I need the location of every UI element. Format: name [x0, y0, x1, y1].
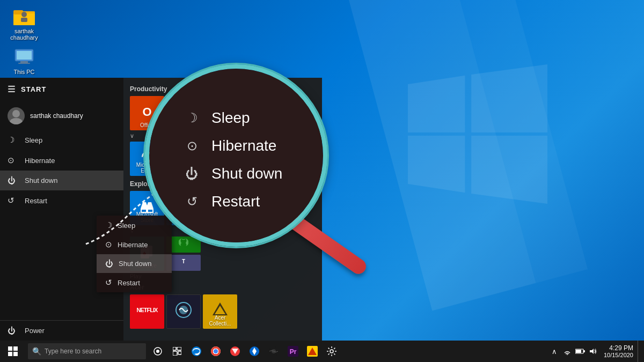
mag-sleep-item[interactable]: ☽ Sleep: [181, 104, 327, 132]
svg-rect-9: [18, 63, 30, 64]
svg-rect-60: [576, 350, 581, 353]
svg-text:O: O: [142, 105, 151, 119]
mag-shutdown-item[interactable]: ⏻ Shut down: [181, 160, 327, 188]
power-shutdown-icon: ⏻: [105, 259, 113, 268]
svg-rect-36: [13, 346, 18, 351]
start-menu-left-panel: ☰ START sarthak chaudhary ☽ Sleep ⊙ Hibe…: [0, 78, 123, 341]
sleep-menu-item[interactable]: ☽ Sleep: [0, 130, 123, 150]
task-view-icon[interactable]: [167, 341, 187, 362]
sleep-icon: ☽: [8, 135, 18, 145]
power-sleep-item[interactable]: ☽ Sleep: [97, 216, 172, 235]
power-sleep-label: Sleep: [118, 221, 135, 230]
tile-acer-collection[interactable]: Acer Collecti...: [203, 294, 237, 329]
svg-text:Pr: Pr: [290, 348, 297, 356]
search-bar[interactable]: 🔍 Type here to search: [28, 343, 146, 359]
tray-network[interactable]: [561, 341, 574, 362]
shutdown-label: Shut down: [25, 176, 57, 184]
restart-label: Restart: [25, 197, 47, 205]
svg-rect-7: [17, 51, 32, 60]
power-hibernate-item[interactable]: ⊙ Hibernate: [97, 235, 172, 254]
mag-restart-item[interactable]: ↺ Restart: [181, 188, 327, 216]
svg-text:T: T: [182, 258, 185, 264]
restart-menu-item[interactable]: ↺ Restart: [0, 190, 123, 211]
show-desktop-button[interactable]: [638, 341, 641, 362]
taskbar-chrome-icon[interactable]: [206, 341, 225, 362]
taskbar-world-icon[interactable]: [264, 341, 283, 362]
search-icon: 🔍: [32, 347, 41, 356]
svg-point-57: [330, 350, 333, 353]
user-avatar: [8, 107, 25, 124]
restart-icon: ↺: [8, 196, 18, 205]
tray-volume[interactable]: [587, 341, 599, 362]
mag-sleep-icon: ☽: [181, 110, 203, 125]
user-folder-icon: [13, 5, 35, 27]
svg-point-4: [21, 12, 27, 17]
hibernate-icon: ⊙: [8, 156, 18, 165]
svg-point-11: [10, 118, 23, 124]
hamburger-icon[interactable]: ☰: [8, 84, 16, 94]
svg-point-48: [214, 349, 218, 353]
tile-acer-label: Acer Collecti...: [203, 315, 237, 327]
collapse-label: ∨: [130, 132, 134, 139]
user-folder-label: sarthakchaudhary: [10, 28, 38, 41]
tile-netflix[interactable]: NETFLIX: [130, 294, 164, 329]
taskbar-settings-icon[interactable]: [322, 341, 341, 362]
tile-gyroflow[interactable]: [166, 294, 201, 329]
taskbar-right: ∧ 4:29 PM 10/15/2020: [548, 341, 644, 362]
power-restart-icon: ↺: [105, 278, 112, 287]
mag-restart-label: Restart: [211, 193, 260, 210]
power-hibernate-label: Hibernate: [118, 241, 148, 249]
start-title: START: [21, 85, 46, 93]
start-menu-header: ☰ START: [0, 78, 123, 101]
svg-rect-41: [173, 347, 176, 350]
power-icon: ⏻: [8, 326, 18, 335]
svg-rect-5: [21, 18, 27, 22]
collapse-row: ∨: [130, 132, 134, 139]
power-shutdown-item[interactable]: ⏻ Shut down: [97, 254, 172, 273]
svg-point-58: [567, 354, 568, 355]
start-button[interactable]: [0, 341, 26, 362]
hibernate-menu-item[interactable]: ⊙ Hibernate: [0, 150, 123, 171]
desktop-icons: sarthakchaudhary This PC: [5, 5, 43, 80]
power-popup: ☽ Sleep ⊙ Hibernate ⏻ Shut down ↺ Restar…: [97, 216, 172, 292]
power-sleep-icon: ☽: [105, 220, 112, 230]
mag-hibernate-label: Hibernate: [211, 137, 276, 154]
user-name: sarthak chaudhary: [30, 112, 83, 120]
hibernate-label: Hibernate: [25, 157, 55, 165]
clock[interactable]: 4:29 PM 10/15/2020: [599, 344, 638, 358]
svg-rect-61: [583, 350, 585, 352]
mag-hibernate-item[interactable]: ⊙ Hibernate: [181, 132, 327, 160]
task-view-button[interactable]: [148, 341, 167, 362]
tiles-row-acer: NETFLIX Ac: [130, 294, 316, 329]
desktop-icon-this-pc[interactable]: This PC: [5, 46, 43, 75]
taskbar-premiere-icon[interactable]: Pr: [283, 341, 303, 362]
taskbar-edge-icon[interactable]: [187, 341, 206, 362]
clock-date: 10/15/2020: [604, 352, 633, 358]
clock-time: 4:29 PM: [609, 344, 633, 352]
svg-rect-35: [8, 346, 12, 351]
sleep-label: Sleep: [25, 136, 42, 144]
tray-battery[interactable]: [574, 341, 587, 362]
taskbar: 🔍 Type here to search: [0, 341, 644, 362]
mag-sleep-label: Sleep: [211, 109, 250, 127]
power-restart-item[interactable]: ↺ Restart: [97, 273, 172, 292]
svg-rect-37: [8, 352, 12, 356]
power-restart-label: Restart: [118, 279, 140, 287]
user-section[interactable]: sarthak chaudhary: [0, 102, 123, 130]
desktop-icon-user-folder[interactable]: sarthakchaudhary: [5, 5, 43, 41]
taskbar-triangle-icon[interactable]: [303, 341, 322, 362]
svg-rect-8: [20, 61, 28, 63]
svg-rect-44: [178, 351, 181, 354]
mag-hibernate-icon: ⊙: [181, 138, 203, 153]
mag-shutdown-icon: ⏻: [181, 166, 203, 181]
magnifier: ☽ Sleep ⊙ Hibernate ⏻ Shut down ↺ Restar…: [145, 64, 327, 247]
taskbar-nav-icon[interactable]: [245, 341, 264, 362]
power-section[interactable]: ⏻ Power: [0, 320, 123, 341]
shutdown-menu-item[interactable]: ⏻ Shut down: [0, 171, 123, 190]
tray-chevron[interactable]: ∧: [548, 341, 561, 362]
taskbar-vivaldi-icon[interactable]: [225, 341, 245, 362]
mag-shutdown-label: Shut down: [211, 165, 282, 182]
power-label: Power: [25, 327, 45, 335]
svg-rect-42: [177, 347, 181, 350]
svg-rect-43: [173, 351, 177, 356]
